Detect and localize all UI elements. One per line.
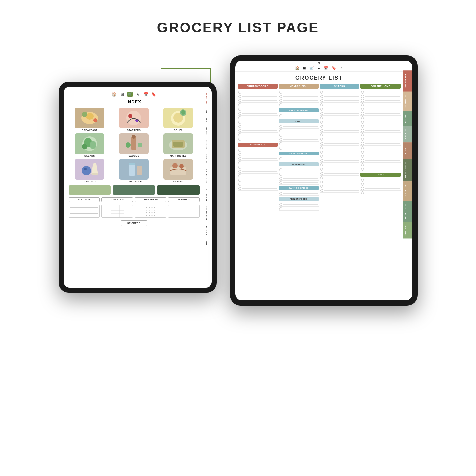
checkbox[interactable] <box>238 170 241 173</box>
checkbox[interactable] <box>320 103 323 106</box>
checkbox[interactable] <box>320 121 323 124</box>
checkbox[interactable] <box>320 159 323 162</box>
checkbox[interactable] <box>361 133 364 136</box>
checkbox[interactable] <box>238 129 241 132</box>
r-cart-icon[interactable]: 🛒 <box>309 66 314 70</box>
checkbox[interactable] <box>320 91 323 94</box>
checkbox[interactable] <box>320 116 323 119</box>
checkbox[interactable] <box>320 99 323 102</box>
checkbox[interactable] <box>279 99 282 102</box>
checkbox[interactable] <box>238 91 241 94</box>
checkbox[interactable] <box>238 95 241 98</box>
checkbox[interactable] <box>279 91 282 94</box>
food-item-beverages[interactable]: BEVERAGES <box>113 159 155 183</box>
checkbox[interactable] <box>361 91 364 94</box>
tab-right-desserts[interactable]: DESSERTS <box>403 181 412 201</box>
checkbox[interactable] <box>279 95 282 98</box>
checkbox[interactable] <box>361 151 364 154</box>
tab-left-soups[interactable]: SOUPS <box>205 124 212 137</box>
layout-thumb-grid[interactable] <box>101 205 133 218</box>
checkbox[interactable] <box>279 125 282 128</box>
tab-left-breakfast[interactable]: BREAKFAST <box>205 88 212 107</box>
food-item-snacks[interactable]: SNACKS <box>157 159 200 183</box>
checkbox[interactable] <box>279 177 282 180</box>
checkbox[interactable] <box>279 181 282 184</box>
checkbox[interactable] <box>361 99 364 102</box>
checkbox[interactable] <box>279 138 282 141</box>
checkbox[interactable] <box>238 157 241 160</box>
layout-thumb-dots[interactable] <box>135 205 166 218</box>
checkbox[interactable] <box>238 108 241 111</box>
tab-right-breakfast[interactable]: BREAKFAST <box>403 70 412 92</box>
star-icon[interactable]: ★ <box>135 92 141 97</box>
checkbox[interactable] <box>361 163 364 166</box>
food-item-salads[interactable]: SALADS <box>69 133 111 157</box>
checkbox[interactable] <box>361 103 364 106</box>
inventory-btn[interactable]: INVENTORY <box>168 197 200 202</box>
r-star-icon[interactable]: ★ <box>317 66 321 70</box>
tab-right-sauces[interactable]: SAUCES <box>403 142 412 159</box>
tab-left-beverages[interactable]: BEVERAGES <box>205 203 212 222</box>
checkbox[interactable] <box>361 159 364 162</box>
checkbox[interactable] <box>238 121 241 124</box>
checkbox[interactable] <box>238 99 241 102</box>
checkbox[interactable] <box>238 174 241 177</box>
checkbox[interactable] <box>238 153 241 156</box>
checkbox[interactable] <box>279 129 282 132</box>
checkbox[interactable] <box>361 116 364 119</box>
tab-left-salads[interactable]: SALADS <box>205 137 212 152</box>
checkbox[interactable] <box>238 116 241 119</box>
checkbox[interactable] <box>320 108 323 111</box>
checkbox[interactable] <box>320 125 323 128</box>
checkbox[interactable] <box>320 168 323 171</box>
r-star2-icon[interactable]: ☆ <box>340 66 343 70</box>
checkbox[interactable] <box>361 129 364 132</box>
checkbox[interactable] <box>361 125 364 128</box>
meal-plan-btn[interactable]: MEAL PLAN <box>69 197 100 202</box>
checkbox[interactable] <box>238 138 241 141</box>
checkbox[interactable] <box>238 166 241 169</box>
tab-left-sauces[interactable]: SAUCES <box>205 152 212 166</box>
checkbox[interactable] <box>361 108 364 111</box>
checkbox[interactable] <box>320 185 323 188</box>
checkbox[interactable] <box>279 147 282 150</box>
stickers-button[interactable]: STICKERS <box>121 220 147 226</box>
checkbox[interactable] <box>361 179 364 182</box>
checkbox[interactable] <box>238 103 241 106</box>
checkbox[interactable] <box>238 149 241 152</box>
checkbox[interactable] <box>361 183 364 186</box>
checkbox[interactable] <box>238 187 241 190</box>
food-item-breakfast[interactable]: BREAKFAST <box>69 108 111 131</box>
checkbox[interactable] <box>279 114 282 117</box>
checkbox[interactable] <box>238 112 241 115</box>
tab-right-main[interactable]: MAIN DISHES <box>403 159 412 181</box>
cart-icon[interactable]: 🛒 <box>127 92 133 97</box>
checkbox[interactable] <box>320 181 323 183</box>
checkbox[interactable] <box>279 157 282 160</box>
conversions-btn[interactable]: CONVERSIONS <box>135 197 166 202</box>
calendar-icon[interactable]: 📅 <box>143 92 149 97</box>
home-icon[interactable]: 🏠 <box>112 92 117 97</box>
layout-thumb-lines[interactable] <box>69 205 100 218</box>
checkbox[interactable] <box>320 142 323 145</box>
checkbox[interactable] <box>361 95 364 98</box>
bookmark-icon[interactable]: 🔖 <box>151 92 156 97</box>
checkbox[interactable] <box>279 142 282 145</box>
food-item-sauces[interactable]: SAUCES <box>113 133 155 157</box>
layout-thumb-blank[interactable] <box>168 205 200 218</box>
checkbox[interactable] <box>320 138 323 141</box>
checkbox[interactable] <box>361 121 364 124</box>
checkbox[interactable] <box>320 189 323 192</box>
checkbox[interactable] <box>320 172 323 175</box>
checkbox[interactable] <box>279 207 282 210</box>
checkbox[interactable] <box>238 179 241 182</box>
checkbox[interactable] <box>279 134 282 137</box>
checkbox[interactable] <box>361 168 364 171</box>
checkbox[interactable] <box>361 138 364 141</box>
checkbox[interactable] <box>320 176 323 179</box>
grid-icon[interactable]: ⊞ <box>120 92 125 97</box>
checkbox[interactable] <box>279 103 282 106</box>
tab-right-salads[interactable]: SALADS <box>403 126 412 142</box>
checkbox[interactable] <box>320 129 323 132</box>
checkbox[interactable] <box>238 183 241 186</box>
